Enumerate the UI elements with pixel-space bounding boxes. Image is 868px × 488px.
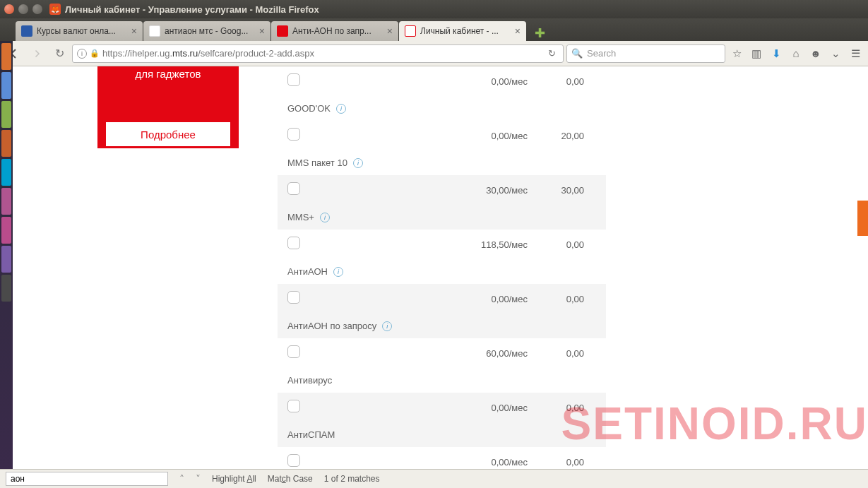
service-name: MMS+i — [287, 212, 450, 222]
service-checkbox[interactable] — [287, 73, 300, 86]
favicon — [149, 25, 160, 37]
find-prev-icon[interactable]: ˄ — [179, 473, 184, 484]
tab-close-icon[interactable]: × — [515, 25, 521, 37]
bookmark-star-icon[interactable]: ☆ — [728, 45, 745, 62]
tab-2[interactable]: Анти-АОН по запр... × — [271, 21, 398, 41]
search-placeholder: Search — [587, 48, 616, 59]
scroll-indicator[interactable] — [857, 201, 868, 236]
window-titlebar: 🦊 Личный кабинет - Управление услугами -… — [0, 0, 868, 18]
menu-icon[interactable]: ☰ — [847, 45, 864, 62]
new-tab-button[interactable]: ✚ — [531, 25, 548, 41]
service-name: MMS пакет 10i — [287, 157, 450, 168]
tab-title: Курсы валют онла... — [37, 26, 127, 36]
launcher-item[interactable] — [1, 72, 11, 99]
favicon — [21, 25, 32, 37]
find-match-count: 1 of 2 matches — [324, 474, 380, 484]
service-name: АнтиАОНi — [287, 266, 450, 277]
service-pay: 0,00 — [528, 73, 584, 87]
window-maximize-button[interactable] — [32, 4, 42, 14]
find-next-icon[interactable]: ˅ — [196, 473, 201, 484]
nav-toolbar: ↻ i 🔒 https://ihelper.ug.mts.ru/selfcare… — [0, 41, 868, 66]
service-row: MMS+i30,00/мес30,00 — [278, 175, 606, 230]
service-row: Антивирус60,00/мес0,00 — [278, 338, 606, 393]
window-title: Личный кабинет - Управление услугами - M… — [65, 4, 319, 15]
window-minimize-button[interactable] — [18, 4, 28, 14]
launcher-item[interactable] — [1, 246, 11, 273]
service-price: 0,00/мес — [450, 291, 528, 304]
launcher-item[interactable] — [1, 188, 11, 215]
launcher-item[interactable] — [1, 43, 11, 70]
home-icon[interactable]: ⌂ — [787, 45, 804, 62]
service-checkbox[interactable] — [287, 291, 300, 304]
search-bar[interactable]: 🔍 Search — [566, 44, 725, 63]
info-icon[interactable]: i — [382, 321, 392, 331]
service-price: 30,00/мес — [450, 182, 528, 196]
page-viewport: для гаджетов Подробнее GOOD'OKi0,00/мес0… — [13, 66, 868, 469]
service-price: 0,00/мес — [450, 454, 528, 468]
service-name: GOOD'OKi — [287, 103, 450, 114]
feed-icon[interactable]: ▥ — [748, 45, 765, 62]
url-bar[interactable]: i 🔒 https://ihelper.ug.mts.ru/selfcare/p… — [72, 44, 564, 63]
highlight-all-toggle[interactable]: Highlight All — [212, 474, 256, 484]
service-pay: 0,00 — [528, 400, 584, 413]
service-pay: 0,00 — [528, 291, 584, 304]
services-list: GOOD'OKi0,00/мес0,00MMS пакет 10i0,00/ме… — [278, 66, 606, 469]
service-row: АнтиАОНi118,50/мес0,00 — [278, 230, 606, 284]
service-name: АнтиСПАМ — [287, 429, 450, 440]
promo-more-button[interactable]: Подробнее — [106, 122, 230, 146]
reload-inline-icon[interactable]: ↻ — [545, 48, 559, 59]
launcher-item[interactable] — [1, 217, 11, 244]
url-domain: mts.ru — [172, 48, 198, 59]
service-checkbox[interactable] — [287, 400, 300, 412]
tab-close-icon[interactable]: × — [131, 25, 137, 37]
downloads-icon[interactable]: ⬇ — [768, 45, 785, 62]
service-pay: 0,00 — [528, 237, 584, 250]
service-checkbox[interactable] — [287, 237, 300, 249]
launcher-item[interactable] — [1, 101, 11, 128]
service-checkbox[interactable] — [287, 345, 300, 358]
unity-launcher — [0, 41, 13, 469]
tab-title: антиаон мтс - Goog... — [165, 26, 255, 36]
forward-button[interactable] — [27, 44, 47, 64]
tab-strip: Курсы валют онла... × антиаон мтс - Goog… — [0, 18, 868, 41]
service-checkbox[interactable] — [287, 454, 300, 467]
service-pay: 20,00 — [528, 128, 584, 141]
service-row: GOOD'OKi0,00/мес0,00 — [278, 66, 606, 121]
service-row: АнтиАОН по запросуi0,00/мес0,00 — [278, 284, 606, 338]
promo-text: для гаджетов — [97, 68, 239, 80]
service-price: 60,00/мес — [450, 345, 528, 359]
service-row: MMS пакет 10i0,00/мес20,00 — [278, 121, 606, 175]
reload-button[interactable]: ↻ — [49, 44, 69, 64]
info-icon[interactable]: i — [320, 213, 330, 222]
tab-close-icon[interactable]: × — [259, 25, 265, 37]
launcher-item[interactable] — [1, 275, 11, 302]
pocket-icon[interactable]: ⌄ — [827, 45, 844, 62]
launcher-item[interactable] — [1, 159, 11, 186]
info-icon[interactable]: i — [333, 267, 343, 277]
service-name: АнтиАОН по запросуi — [287, 321, 450, 331]
window-close-button[interactable] — [4, 4, 14, 14]
service-checkbox[interactable] — [287, 128, 300, 141]
launcher-item[interactable] — [1, 130, 11, 157]
match-case-toggle[interactable]: Match Case — [268, 474, 313, 484]
tab-close-icon[interactable]: × — [387, 25, 393, 37]
service-price: 0,00/мес — [450, 400, 528, 413]
tab-1[interactable]: антиаон мтс - Goog... × — [143, 21, 270, 41]
url-path: /selfcare/product-2-add.aspx — [198, 48, 314, 59]
favicon — [277, 25, 288, 37]
service-checkbox[interactable] — [287, 182, 300, 195]
find-bar: ˄ ˅ Highlight All Match Case 1 of 2 matc… — [0, 469, 868, 488]
tab-title: Личный кабинет - ... — [420, 26, 511, 36]
service-name: Антивирус — [287, 375, 450, 386]
watermark: SETINOID.RU — [561, 398, 868, 450]
tab-title: Анти-АОН по запр... — [292, 26, 383, 36]
find-input[interactable] — [6, 472, 168, 486]
tab-3-active[interactable]: Личный кабинет - ... × — [399, 21, 526, 41]
info-icon[interactable]: i — [353, 158, 363, 168]
info-icon[interactable]: i — [336, 104, 346, 114]
firefox-icon: 🦊 — [49, 4, 61, 15]
service-price: 0,00/мес — [450, 73, 528, 87]
face-icon[interactable]: ☻ — [807, 45, 824, 62]
tab-0[interactable]: Курсы валют онла... × — [16, 21, 143, 41]
site-info-icon[interactable]: i — [77, 49, 87, 59]
